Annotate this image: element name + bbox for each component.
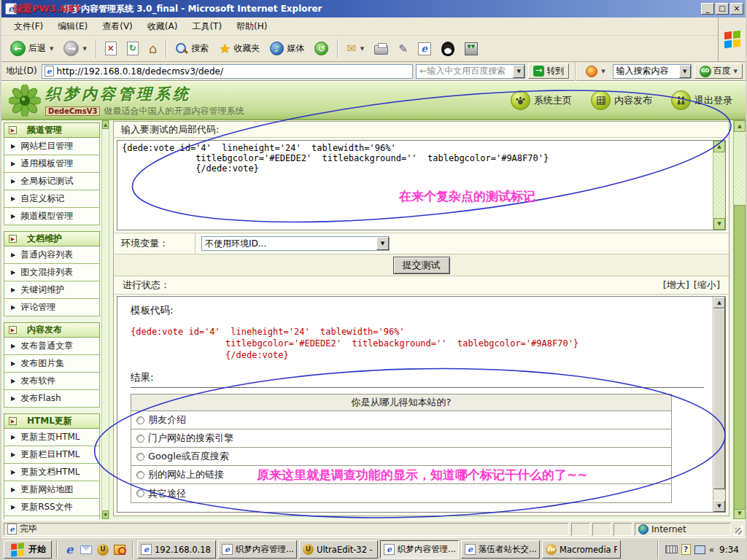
sidebar-item[interactable]: ▶网站栏目管理 [4, 138, 100, 155]
menu-item[interactable]: 工具(T) [185, 18, 228, 35]
edit-button[interactable]: ✎ [394, 40, 412, 58]
vote-option[interactable]: Google或百度搜索 [131, 448, 671, 466]
favorites-button[interactable]: ★ 收藏夹 [214, 40, 264, 58]
sidebar-item[interactable]: ▶发布普通文章 [4, 338, 100, 355]
back-dropdown-icon[interactable]: ▼ [50, 46, 53, 52]
mail-dropdown-icon[interactable]: ▼ [360, 46, 364, 52]
sidebar-item[interactable]: ▶发布图片集 [4, 355, 100, 373]
address-input[interactable]: e http://192.168.0.18/dedecmsv3/dede/ [42, 64, 414, 79]
sidebar-item[interactable]: ▶通用模板管理 [4, 155, 100, 173]
submit-test-button[interactable]: 提交测试 [393, 257, 450, 274]
refresh-button[interactable]: ↻ [123, 39, 143, 58]
forward-dropdown-icon[interactable]: ▼ [82, 46, 86, 52]
print-button[interactable] [370, 40, 392, 57]
help-tray-icon[interactable]: ? [681, 544, 691, 555]
sidebar-item[interactable]: ▶自定义标记 [4, 190, 100, 208]
taskbar-button[interactable]: e落伍者站长交... [461, 540, 540, 559]
baidu-toolbar-button[interactable]: ▼ [581, 63, 609, 79]
mail-button[interactable]: ✉ ▼ [342, 39, 368, 58]
sidebar-scrollbar[interactable]: ▲ ▼ [102, 120, 109, 519]
sidebar-item[interactable]: ▶全局标记测试 [4, 173, 100, 190]
minimize-button[interactable]: _ [701, 3, 714, 15]
stop-button[interactable]: × [101, 39, 121, 58]
menu-item[interactable]: 帮助(H) [230, 18, 274, 35]
sidebar-item[interactable]: ▶更新网站地图 [4, 481, 100, 499]
sidebar-item[interactable]: ▶关键词维护 [4, 281, 100, 299]
baidu-go-dropdown-icon[interactable]: ▼ [734, 69, 738, 74]
sidebar-item[interactable]: ▶更新文档HTML [4, 464, 100, 481]
radio-icon[interactable] [136, 471, 144, 479]
toolbar-search-combo[interactable]: 输入搜索内容 ▼ [613, 64, 692, 79]
vote-option[interactable]: 别的网站上的链接 [131, 466, 671, 484]
taskbar-button[interactable]: e织梦内容管理... [380, 540, 459, 559]
page-scrollbar[interactable]: ▲ ▼ [733, 120, 746, 519]
scroll-down-icon[interactable]: ▼ [102, 510, 109, 519]
sidebar-section-header[interactable]: ▶频道管理 [4, 122, 100, 138]
results-scrollbar[interactable]: ▲ ▼ [713, 297, 725, 512]
baidu-search-combo[interactable]: ←输入中文用百度搜索 ▼ [416, 64, 525, 79]
sidebar-item[interactable]: ▶发布软件 [4, 373, 100, 390]
quicklaunch-ultraedit-icon[interactable]: U [96, 543, 109, 556]
keyboard-tray-icon[interactable] [665, 545, 678, 553]
sidebar-item[interactable]: ▶频道模型管理 [4, 208, 100, 225]
sidebar-section-header[interactable]: ▶内容发布 [4, 322, 100, 338]
scroll-up-icon[interactable]: ▲ [734, 120, 746, 132]
scroll-down-icon[interactable]: ▼ [713, 500, 725, 512]
quicklaunch-mail-icon[interactable] [80, 543, 93, 556]
scroll-down-icon[interactable]: ▼ [713, 218, 725, 230]
code-textarea[interactable]: {dede:vote id='4' lineheight='24' tablew… [117, 141, 713, 230]
tray-chevron-icon[interactable]: « [709, 545, 714, 555]
sidebar-item[interactable]: ▶评论管理 [4, 299, 100, 316]
sidebar-item[interactable]: ▶普通内容列表 [4, 246, 100, 264]
menu-item[interactable]: 文件(F) [7, 18, 50, 35]
textarea-scrollbar[interactable]: ▲ ▼ [713, 141, 725, 230]
quicklaunch-viewer-icon[interactable] [113, 543, 126, 556]
scrollbar-thumb[interactable] [713, 308, 725, 489]
quicklaunch-ie-icon[interactable]: e [63, 543, 76, 556]
taskbar-button[interactable]: e织梦内容管理... [218, 540, 297, 559]
sidebar-item[interactable]: ▶获取JS文件 [4, 516, 100, 519]
logout-link[interactable]: 退出登录 [671, 90, 732, 110]
go-button[interactable]: → 转到 [528, 63, 569, 79]
scroll-up-icon[interactable]: ▲ [713, 297, 725, 308]
back-button[interactable]: ← 后退 ▼ [6, 39, 58, 58]
combo-dropdown-icon[interactable]: ▼ [513, 65, 525, 78]
vote-option[interactable]: 门户网站的搜索引擎 [131, 429, 671, 448]
sidebar-item[interactable]: ▶发布Flash [4, 390, 100, 408]
select-dropdown-icon[interactable]: ▼ [376, 237, 389, 250]
publish-link[interactable]: 内容发布 [591, 90, 652, 110]
env-select[interactable]: 不使用环境ID... ▼ [201, 236, 390, 251]
sidebar-item[interactable]: ▶更新栏目HTML [4, 446, 100, 464]
menu-item[interactable]: 收藏(A) [141, 18, 185, 35]
taskbar-button[interactable]: UUltraEdit-32 - [... [299, 540, 378, 559]
maximize-button[interactable]: □ [716, 3, 729, 15]
radio-icon[interactable] [136, 453, 144, 461]
taskbar-button[interactable]: fwMacromedia Fir... [542, 540, 621, 559]
menu-item[interactable]: 查看(V) [96, 18, 139, 35]
sidebar-item[interactable]: ▶图文混排列表 [4, 264, 100, 281]
radio-icon[interactable] [136, 435, 144, 443]
scroll-up-icon[interactable]: ▲ [713, 141, 725, 152]
shrink-link[interactable]: [缩小] [694, 279, 720, 292]
radio-icon[interactable] [136, 416, 144, 424]
sidebar-section-header[interactable]: ▶文档维护 [4, 231, 100, 246]
sidebar-item[interactable]: ▶更新RSS文件 [4, 499, 100, 516]
scrollbar-thumb[interactable] [734, 205, 746, 510]
resize-grip[interactable] [733, 523, 743, 536]
radio-icon[interactable] [136, 489, 144, 497]
scroll-up-icon[interactable]: ▲ [102, 120, 109, 129]
vote-option[interactable]: 其它途径 [131, 484, 671, 502]
flashget-button[interactable]: ▼▼ [460, 40, 482, 58]
baidu-go-button[interactable]: GO 百度 ▼ [694, 63, 743, 79]
sidebar-item[interactable]: ▶更新主页HTML [4, 429, 100, 446]
search-button[interactable]: 搜索 [171, 40, 213, 58]
qq-button[interactable] [437, 39, 459, 58]
media-button[interactable]: ♪ 媒体 [266, 39, 309, 58]
start-button[interactable]: 开始 [4, 540, 52, 559]
close-button[interactable]: × [730, 3, 743, 15]
menu-item[interactable]: 编辑(E) [51, 18, 94, 35]
enlarge-link[interactable]: [增大] [663, 279, 689, 292]
vote-option[interactable]: 朋友介绍 [131, 411, 671, 429]
baidu-dropdown-icon[interactable]: ▼ [601, 69, 605, 74]
history-button[interactable]: ↺ [310, 39, 333, 58]
